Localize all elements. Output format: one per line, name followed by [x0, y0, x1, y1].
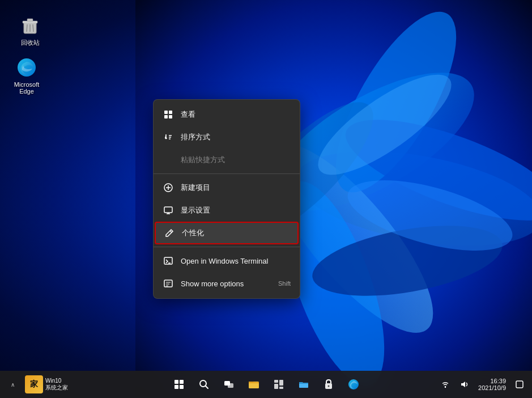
svg-point-56: [348, 379, 359, 389]
svg-point-57: [445, 386, 446, 387]
recycle-bin-image: [19, 14, 41, 36]
pencil-icon: [164, 227, 175, 239]
menu-item-personalize[interactable]: 个性化: [155, 222, 299, 244]
security-button[interactable]: [317, 373, 340, 396]
menu-item-new[interactable]: 新建项目: [154, 176, 300, 199]
more-options-icon: [163, 278, 174, 289]
menu-item-view[interactable]: 查看: [154, 103, 300, 126]
svg-rect-44: [180, 385, 184, 389]
edge-label: Microsoft Edge: [9, 81, 44, 95]
network-tray-icon[interactable]: [437, 373, 453, 396]
svg-rect-58: [516, 381, 523, 388]
menu-item-paste-shortcut: 粘贴快捷方式: [154, 149, 300, 171]
paste-icon: [163, 154, 174, 166]
menu-terminal-label: Open in Windows Terminal: [181, 257, 268, 265]
svg-rect-48: [228, 383, 233, 388]
svg-point-55: [327, 386, 329, 387]
svg-line-16: [33, 24, 33, 32]
tray-chevron[interactable]: ∧: [5, 373, 20, 396]
svg-rect-13: [27, 19, 33, 22]
menu-item-more-options[interactable]: Show more options Shift: [154, 272, 300, 295]
separator-2: [154, 247, 300, 247]
svg-rect-53: [279, 387, 283, 389]
menu-personalize-label: 个性化: [182, 228, 204, 238]
clock-time: 16:39: [490, 378, 506, 384]
menu-item-sort[interactable]: 排序方式: [154, 126, 300, 149]
folder-button[interactable]: [292, 373, 315, 396]
win10-watermark-icon: 家: [25, 375, 43, 393]
svg-line-46: [205, 386, 208, 389]
menu-more-label: Show more options: [181, 280, 244, 288]
svg-rect-51: [279, 380, 283, 386]
svg-line-14: [27, 24, 27, 32]
svg-rect-42: [180, 380, 184, 384]
terminal-icon: [163, 255, 174, 266]
file-explorer-button[interactable]: [242, 373, 265, 396]
notification-button[interactable]: [512, 373, 527, 396]
sort-icon: [163, 132, 174, 143]
volume-tray-icon[interactable]: [457, 373, 473, 396]
menu-more-shortcut: Shift: [278, 280, 291, 287]
svg-rect-20: [164, 115, 168, 118]
widgets-button[interactable]: [267, 373, 290, 396]
svg-rect-41: [175, 380, 178, 384]
taskbar-center: [168, 373, 365, 396]
win10-watermark-text: Win10 系统之家: [45, 378, 68, 391]
clock-date: 2021/10/9: [478, 384, 506, 391]
taskbar-right: 16:39 2021/10/9: [437, 373, 532, 396]
svg-rect-18: [164, 111, 168, 114]
svg-rect-43: [175, 385, 178, 389]
svg-rect-21: [169, 115, 172, 118]
separator-1: [154, 173, 300, 174]
search-button[interactable]: [193, 373, 215, 396]
desktop: 回收站 Microsoft Edge: [0, 0, 532, 398]
menu-paste-label: 粘贴快捷方式: [181, 155, 225, 165]
svg-rect-50: [274, 380, 278, 383]
svg-rect-52: [274, 384, 278, 389]
svg-point-17: [18, 58, 36, 77]
menu-item-terminal[interactable]: Open in Windows Terminal: [154, 249, 300, 272]
menu-sort-label: 排序方式: [181, 132, 210, 142]
system-clock[interactable]: 16:39 2021/10/9: [476, 378, 508, 391]
svg-line-34: [170, 231, 172, 232]
start-button[interactable]: [168, 373, 190, 396]
svg-rect-19: [169, 111, 172, 114]
recycle-bin-icon[interactable]: 回收站: [10, 11, 50, 49]
taskbar-left: ∧ 家 Win10 系统之家: [0, 373, 68, 396]
new-icon: [163, 182, 174, 193]
grid-icon: [163, 109, 174, 120]
menu-view-label: 查看: [181, 109, 195, 120]
edge-image: [15, 56, 38, 79]
edge-desktop-icon[interactable]: Microsoft Edge: [7, 54, 46, 97]
svg-rect-31: [164, 207, 172, 213]
display-icon: [163, 205, 174, 216]
recycle-bin-label: 回收站: [21, 39, 40, 47]
menu-item-display[interactable]: 显示设置: [154, 199, 300, 222]
menu-new-label: 新建项目: [181, 183, 210, 193]
taskview-button[interactable]: [218, 373, 240, 396]
menu-display-label: 显示设置: [181, 205, 210, 215]
taskbar: ∧ 家 Win10 系统之家: [0, 371, 532, 398]
context-menu: 查看 排序方式 粘贴快捷方式: [153, 99, 300, 299]
edge-taskbar-button[interactable]: [342, 373, 365, 396]
